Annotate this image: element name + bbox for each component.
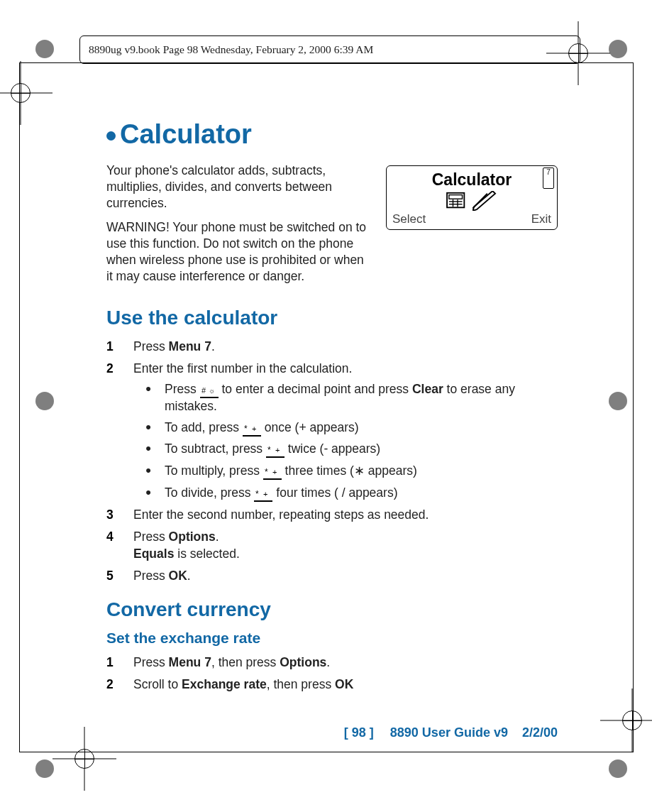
step-text: Press OK. xyxy=(133,567,558,585)
page-footer: [ 98 ] 8890 User Guide v9 2/2/00 xyxy=(106,725,558,740)
step-number: 3 xyxy=(106,506,116,524)
svg-text:+: + xyxy=(263,490,269,498)
cross-mark-bot-right xyxy=(600,688,652,752)
step-text: Press Menu 7. xyxy=(133,338,558,356)
bullet-icon xyxy=(140,381,156,415)
bullet-text: To divide, press *+ four times ( / appea… xyxy=(165,485,558,503)
step-number: 4 xyxy=(106,528,116,563)
hash-key-icon: #☼ xyxy=(200,383,219,398)
page-number: [ 98 ] xyxy=(344,725,374,740)
section-use-calculator: Use the calculator xyxy=(106,307,558,329)
bullet-icon xyxy=(140,463,156,481)
thumb-title: Calculator xyxy=(391,170,553,190)
reg-mark-top-left xyxy=(30,34,60,64)
svg-rect-1 xyxy=(449,195,463,199)
step-number: 2 xyxy=(106,676,116,693)
bullet-text: To subtract, press *+ twice (- appears) xyxy=(165,441,558,459)
bullet-text: To add, press *+ once (+ appears) xyxy=(165,419,558,437)
step-text: Enter the second number, repeating steps… xyxy=(133,506,558,524)
star-key-icon: *+ xyxy=(254,487,272,502)
pencil-icon xyxy=(473,191,499,211)
title-text: Calculator xyxy=(120,119,252,149)
footer-date: 2/2/00 xyxy=(522,725,558,740)
cross-mark-top-left xyxy=(0,61,53,125)
bullet-icon xyxy=(140,419,156,437)
step-text: Scroll to Exchange rate, then press OK xyxy=(133,676,558,693)
page-title: Calculator xyxy=(106,119,558,150)
thumb-tab: 7 xyxy=(543,168,554,189)
bullet-text: Press #☼ to enter a decimal point and pr… xyxy=(165,381,558,415)
crop-line-right xyxy=(633,62,634,752)
reg-mark-mid-left xyxy=(30,386,60,416)
crop-line-left xyxy=(19,62,20,752)
step-text: Press Options.Equals is selected. xyxy=(133,528,558,563)
star-key-icon: *+ xyxy=(243,422,261,437)
page-content: Calculator Your phone's calculator adds,… xyxy=(106,119,558,697)
crop-line-bottom xyxy=(19,752,634,752)
svg-text:*: * xyxy=(255,490,260,498)
svg-text:+: + xyxy=(272,468,278,476)
svg-text:#: # xyxy=(201,386,207,395)
svg-text:*: * xyxy=(244,424,249,433)
softkey-right: Exit xyxy=(531,212,551,226)
svg-text:+: + xyxy=(252,424,258,433)
svg-text:+: + xyxy=(275,446,281,454)
bullet-icon xyxy=(140,485,156,503)
svg-marker-7 xyxy=(473,191,495,211)
step-number: 5 xyxy=(106,567,116,585)
intro-paragraph-1: Your phone's calculator adds, subtracts,… xyxy=(106,163,373,211)
screen-thumbnail: 7 Calculator Select Exit xyxy=(386,165,558,230)
star-key-icon: *+ xyxy=(263,465,282,480)
header-meta: 8890ug v9.book Page 98 Wednesday, Februa… xyxy=(79,35,580,64)
subsection-set-exchange-rate: Set the exchange rate xyxy=(106,630,558,647)
bullet-icon xyxy=(140,441,156,459)
intro-paragraph-warning: WARNING! Your phone must be switched on … xyxy=(106,219,373,284)
reg-mark-mid-right xyxy=(603,386,633,416)
reg-mark-bot-right xyxy=(603,754,633,784)
calculator-icon xyxy=(444,191,471,211)
doc-title: 8890 User Guide v9 xyxy=(390,725,508,740)
step-number: 1 xyxy=(106,338,116,356)
step-text: Press Menu 7, then press Options. xyxy=(133,654,558,671)
step-text: Enter the first number in the calculatio… xyxy=(133,360,558,378)
star-key-icon: *+ xyxy=(266,443,284,458)
section-convert-currency: Convert currency xyxy=(106,598,558,621)
svg-text:☼: ☼ xyxy=(209,387,216,395)
bullet-text: To multiply, press *+ three times (∗ app… xyxy=(165,463,558,481)
softkey-left: Select xyxy=(392,212,426,226)
svg-text:*: * xyxy=(265,468,270,476)
step-number: 1 xyxy=(106,654,116,671)
title-bullet-icon xyxy=(106,131,116,141)
svg-text:*: * xyxy=(267,446,272,454)
step-number: 2 xyxy=(106,360,116,378)
